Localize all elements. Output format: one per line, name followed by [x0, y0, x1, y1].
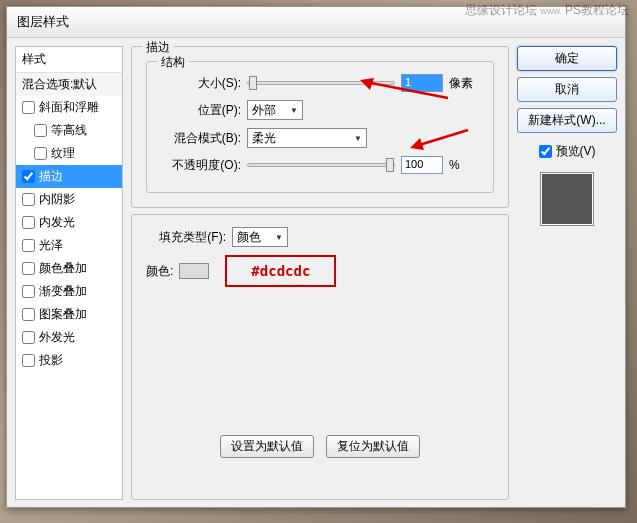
ok-button[interactable]: 确定	[517, 46, 617, 71]
style-checkbox-11[interactable]	[22, 354, 35, 367]
preview-swatch	[540, 172, 594, 226]
style-checkbox-6[interactable]	[22, 239, 35, 252]
style-label: 外发光	[39, 329, 75, 346]
style-checkbox-8[interactable]	[22, 285, 35, 298]
fill-type-select[interactable]: 颜色	[232, 227, 288, 247]
blend-options-item[interactable]: 混合选项:默认	[16, 73, 122, 96]
color-swatch[interactable]	[179, 263, 209, 279]
styles-panel: 样式 混合选项:默认 斜面和浮雕等高线纹理描边内阴影内发光光泽颜色叠加渐变叠加图…	[15, 46, 123, 500]
watermark: 思缘设计论坛 www. PS教程论坛	[465, 4, 629, 18]
size-slider[interactable]	[247, 81, 395, 85]
style-item-1[interactable]: 等高线	[16, 119, 122, 142]
style-item-9[interactable]: 图案叠加	[16, 303, 122, 326]
position-label: 位置(P):	[161, 102, 241, 119]
size-unit: 像素	[449, 75, 479, 92]
new-style-button[interactable]: 新建样式(W)...	[517, 108, 617, 133]
settings-panel: 描边 结构 大小(S): 1 像素 位置(P): 外部 混合模式(B):	[131, 46, 509, 500]
size-label: 大小(S):	[161, 75, 241, 92]
style-item-8[interactable]: 渐变叠加	[16, 280, 122, 303]
style-checkbox-0[interactable]	[22, 101, 35, 114]
style-item-2[interactable]: 纹理	[16, 142, 122, 165]
style-label: 渐变叠加	[39, 283, 87, 300]
style-label: 内发光	[39, 214, 75, 231]
style-checkbox-1[interactable]	[34, 124, 47, 137]
structure-legend: 结构	[157, 54, 189, 71]
preview-checkbox[interactable]	[539, 145, 552, 158]
blend-mode-select[interactable]: 柔光	[247, 128, 367, 148]
style-checkbox-9[interactable]	[22, 308, 35, 321]
style-checkbox-5[interactable]	[22, 216, 35, 229]
preview-label: 预览(V)	[556, 143, 596, 160]
style-label: 光泽	[39, 237, 63, 254]
opacity-unit: %	[449, 158, 479, 172]
size-input[interactable]: 1	[401, 74, 443, 92]
style-item-7[interactable]: 颜色叠加	[16, 257, 122, 280]
style-item-6[interactable]: 光泽	[16, 234, 122, 257]
style-checkbox-7[interactable]	[22, 262, 35, 275]
blend-mode-label: 混合模式(B):	[161, 130, 241, 147]
style-label: 描边	[39, 168, 63, 185]
style-item-5[interactable]: 内发光	[16, 211, 122, 234]
style-checkbox-10[interactable]	[22, 331, 35, 344]
opacity-label: 不透明度(O):	[161, 157, 241, 174]
cancel-button[interactable]: 取消	[517, 77, 617, 102]
layer-style-dialog: 图层样式 样式 混合选项:默认 斜面和浮雕等高线纹理描边内阴影内发光光泽颜色叠加…	[6, 6, 626, 508]
action-panel: 确定 取消 新建样式(W)... 预览(V)	[517, 46, 617, 500]
style-item-10[interactable]: 外发光	[16, 326, 122, 349]
reset-default-button[interactable]: 复位为默认值	[326, 435, 420, 458]
position-select[interactable]: 外部	[247, 100, 303, 120]
fill-section: 填充类型(F): 颜色 颜色: #dcdcdc 设置为默认值 复位为默认值	[131, 214, 509, 500]
opacity-slider[interactable]	[247, 163, 395, 167]
style-checkbox-3[interactable]	[22, 170, 35, 183]
make-default-button[interactable]: 设置为默认值	[220, 435, 314, 458]
styles-header: 样式	[16, 47, 122, 73]
style-label: 等高线	[51, 122, 87, 139]
style-label: 颜色叠加	[39, 260, 87, 277]
style-item-4[interactable]: 内阴影	[16, 188, 122, 211]
style-checkbox-4[interactable]	[22, 193, 35, 206]
style-label: 纹理	[51, 145, 75, 162]
style-checkbox-2[interactable]	[34, 147, 47, 160]
style-item-0[interactable]: 斜面和浮雕	[16, 96, 122, 119]
style-label: 斜面和浮雕	[39, 99, 99, 116]
style-label: 图案叠加	[39, 306, 87, 323]
style-item-11[interactable]: 投影	[16, 349, 122, 372]
color-label: 颜色:	[146, 263, 173, 280]
style-item-3[interactable]: 描边	[16, 165, 122, 188]
style-label: 投影	[39, 352, 63, 369]
color-hex-box: #dcdcdc	[225, 255, 336, 287]
style-label: 内阴影	[39, 191, 75, 208]
opacity-input[interactable]: 100	[401, 156, 443, 174]
fill-type-label: 填充类型(F):	[146, 229, 226, 246]
